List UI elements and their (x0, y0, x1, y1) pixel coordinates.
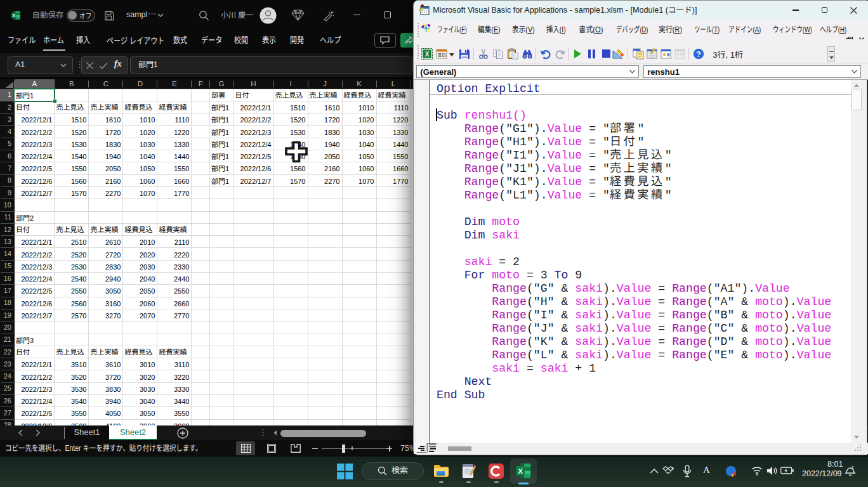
svg-text:X: X (518, 467, 523, 475)
svg-text:z: z (852, 465, 854, 469)
svg-text:X: X (425, 51, 430, 58)
svg-text:?: ? (697, 50, 701, 59)
svg-text:z: z (671, 465, 674, 471)
